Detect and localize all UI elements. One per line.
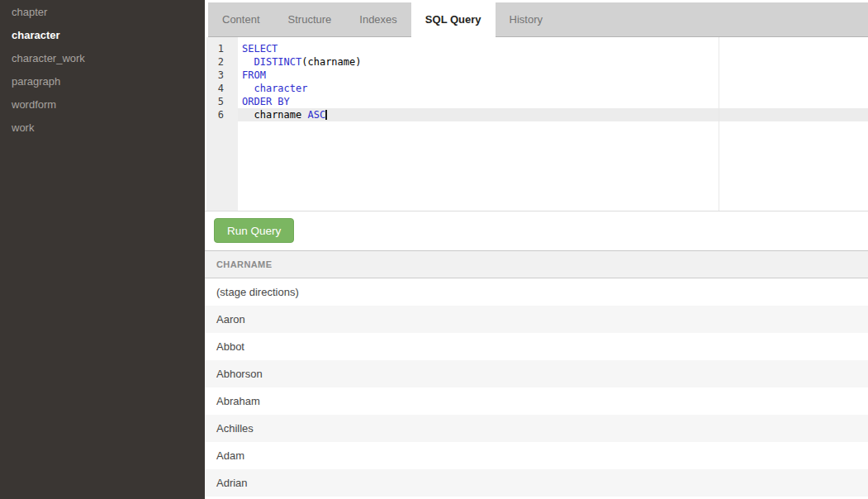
code-token: charname [254,109,307,121]
line-number: 5 [206,95,238,108]
sidebar-item-character[interactable]: character [0,23,205,46]
editor-code-area[interactable]: SELECT DISTINCT(charname)FROM characterO… [242,42,868,121]
code-token: SELECT [242,43,277,55]
results-table: CHARNAME (stage directions)AaronAbbotAbh… [205,250,868,497]
code-token: character [254,83,307,94]
run-query-button[interactable]: Run Query [214,218,294,243]
code-token: ORDER BY [242,96,290,107]
tab-bar: ContentStructureIndexesSQL QueryHistory [208,2,868,37]
table-row[interactable]: Abraham [205,387,868,415]
sidebar-table-list: chaptercharactercharacter_workparagraphw… [0,0,205,499]
sidebar-item-work[interactable]: work [0,116,205,139]
sidebar-item-wordform[interactable]: wordform [0,93,205,116]
table-row[interactable]: Abbot [205,333,868,360]
sql-editor[interactable]: 123456 SELECT DISTINCT(charname)FROM cha… [205,37,868,211]
line-number: 3 [206,69,238,82]
sidebar-item-character-work[interactable]: character_work [0,46,205,69]
sidebar-item-paragraph[interactable]: paragraph [0,69,205,93]
table-row[interactable]: Abhorson [205,360,868,387]
table-row[interactable]: Achilles [205,415,868,442]
results-column-header-charname[interactable]: CHARNAME [205,259,272,269]
code-line: character [242,82,868,95]
code-token: FROM [242,69,266,81]
results-rows: (stage directions)AaronAbbotAbhorsonAbra… [205,278,868,497]
tab-history[interactable]: History [496,2,557,36]
tab-indexes[interactable]: Indexes [345,2,411,36]
table-row[interactable]: Aaron [205,306,868,333]
code-line: ORDER BY [242,95,868,108]
tab-content[interactable]: Content [208,2,274,36]
sidebar-item-chapter[interactable]: chapter [0,0,205,23]
results-header-row: CHARNAME [205,251,868,278]
code-token [242,109,254,121]
code-line: SELECT [242,42,868,55]
tab-structure[interactable]: Structure [274,2,346,36]
code-line: FROM [242,69,868,82]
editor-line-number-gutter: 123456 [206,37,238,211]
code-line: DISTINCT(charname) [242,55,868,69]
code-token: DISTINCT [254,56,301,68]
line-number: 4 [206,82,238,95]
code-token [242,56,254,68]
code-token: ASC [307,109,325,121]
table-row[interactable]: Adrian [205,469,868,497]
table-row[interactable]: (stage directions) [205,278,868,306]
code-line: charname ASC [242,108,868,121]
tab-sql-query[interactable]: SQL Query [411,2,496,37]
text-cursor [325,110,327,120]
code-token: (charname) [301,56,361,68]
table-row[interactable]: Adam [205,442,868,469]
code-token [242,83,254,94]
line-number: 1 [206,42,238,55]
line-number: 2 [206,55,238,69]
line-number: 6 [206,108,238,121]
